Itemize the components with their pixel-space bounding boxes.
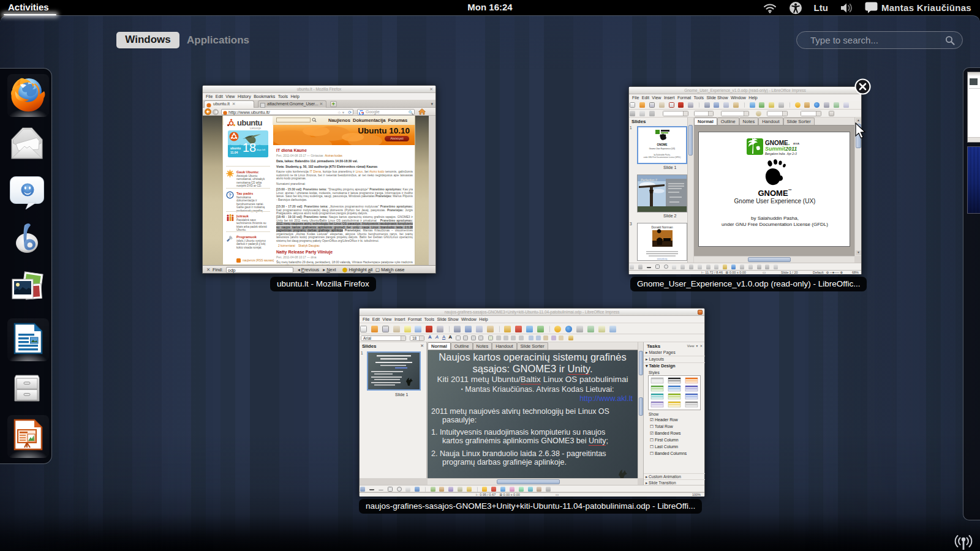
svg-text:Perfection !!: Perfection !!	[641, 178, 657, 182]
svg-text:?: ?	[228, 192, 232, 198]
svg-text:Summit2011: Summit2011	[765, 146, 797, 152]
svg-text:Bangalore India . Apr 2–3: Bangalore India . Apr 2–3	[765, 152, 797, 156]
svg-text:GNOME: GNOME	[657, 143, 667, 146]
svg-text:ASIA: ASIA	[793, 142, 799, 145]
svg-text:under GNU Free Documentation L: under GNU Free Documentation License (GF…	[644, 156, 681, 159]
svg-text:Gnome User Experience (UX): Gnome User Experience (UX)	[649, 148, 675, 150]
svg-text:Donald Norman: Donald Norman	[651, 225, 673, 229]
svg-text:www.jnd.org: www.jnd.org	[657, 258, 668, 260]
